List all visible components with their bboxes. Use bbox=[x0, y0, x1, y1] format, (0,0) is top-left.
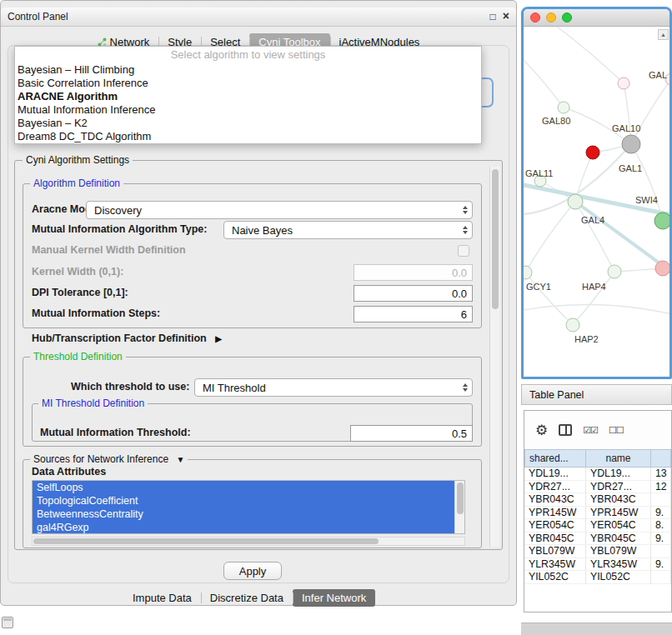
columns-icon[interactable] bbox=[559, 424, 572, 436]
table-cell[interactable]: YIL052C bbox=[586, 571, 651, 584]
scroll-up-icon[interactable]: ▲ bbox=[658, 29, 669, 40]
network-node[interactable] bbox=[566, 318, 579, 332]
collapsed-panel-icon[interactable] bbox=[2, 617, 13, 628]
table-cell[interactable]: YDR27... bbox=[524, 481, 586, 494]
bottom-tab-impute-data[interactable]: Impute Data bbox=[123, 589, 201, 607]
network-node[interactable] bbox=[654, 212, 669, 229]
table-cell[interactable]: YIL052C bbox=[524, 571, 586, 584]
mi-steps-value: 6 bbox=[461, 308, 467, 321]
mi-steps-field[interactable]: 6 bbox=[354, 306, 473, 322]
settings-vertical-scrollbar[interactable] bbox=[489, 167, 499, 547]
algorithm-option[interactable]: Bayesian – K2 bbox=[15, 117, 481, 130]
table-cell[interactable]: YBR043C bbox=[586, 493, 651, 507]
table-row[interactable]: YBL079WYBL079W bbox=[524, 545, 671, 558]
deselect-all-checks-icon[interactable]: ☐☐ bbox=[609, 425, 624, 436]
algorithm-popup: Select algorithm to view settings Bayesi… bbox=[14, 46, 482, 144]
table-cell[interactable] bbox=[651, 545, 671, 558]
table-cell[interactable] bbox=[651, 493, 671, 507]
dpi-tolerance-field[interactable]: 0.0 bbox=[354, 285, 473, 302]
mac-minimize-icon[interactable] bbox=[546, 12, 556, 22]
apply-button[interactable]: Apply bbox=[223, 562, 282, 580]
mac-close-icon[interactable] bbox=[530, 12, 540, 22]
table-cell[interactable]: YLR345W bbox=[586, 558, 651, 572]
mi-algorithm-type-select[interactable]: Naive Bayes bbox=[223, 221, 473, 239]
table-cell[interactable]: YER054C bbox=[524, 519, 586, 532]
table-cell[interactable]: YBR045C bbox=[524, 532, 586, 546]
table-cell[interactable]: YBR043C bbox=[524, 493, 586, 507]
table-cell[interactable]: YBR045C bbox=[586, 532, 651, 546]
table-cell[interactable]: YBL079W bbox=[524, 545, 586, 558]
mi-threshold-field[interactable]: 0.5 bbox=[350, 425, 473, 442]
table-cell[interactable]: 9. bbox=[651, 558, 671, 572]
data-attribute-item[interactable]: SelfLoops bbox=[33, 481, 455, 494]
data-attribute-item[interactable]: gal4RGexp bbox=[33, 521, 455, 534]
data-attribute-item[interactable]: TopologicalCoefficient bbox=[33, 494, 455, 508]
table-cell[interactable]: YBL079W bbox=[586, 545, 651, 558]
kernel-width-field[interactable]: 0.0 bbox=[354, 264, 473, 281]
table-row[interactable]: YER054CYER054C8. bbox=[524, 519, 671, 532]
table-panel-title: Table Panel bbox=[529, 389, 584, 401]
network-node[interactable] bbox=[608, 265, 621, 278]
network-node[interactable] bbox=[568, 194, 583, 209]
table-cell[interactable]: 13 bbox=[651, 468, 671, 481]
close-icon[interactable]: × bbox=[503, 11, 509, 22]
table-cell[interactable]: YLR345W bbox=[524, 558, 586, 572]
network-node[interactable] bbox=[558, 102, 569, 113]
bottom-tab-infer-network[interactable]: Infer Network bbox=[293, 589, 375, 607]
table-cell[interactable] bbox=[651, 571, 671, 584]
table-row[interactable]: YPR145WYPR145W9. bbox=[524, 507, 671, 520]
float-window-icon[interactable]: □ bbox=[490, 11, 496, 22]
table-row[interactable]: YBR045CYBR045C9. bbox=[524, 532, 671, 546]
list-horizontal-scrollbar[interactable] bbox=[32, 537, 465, 546]
table-column-header[interactable] bbox=[651, 449, 671, 468]
algorithm-option[interactable]: Mutual Information Inference bbox=[15, 103, 481, 117]
sources-toggle[interactable]: Sources for Network Inference ▼ bbox=[30, 453, 188, 465]
table-cell[interactable]: YDL19... bbox=[524, 468, 586, 481]
algorithm-option[interactable]: Basic Correlation Inference bbox=[15, 77, 481, 90]
select-all-checks-icon[interactable]: ☑☑ bbox=[583, 425, 598, 436]
which-threshold-select[interactable]: MI Threshold bbox=[194, 378, 473, 397]
gear-icon[interactable]: ⚙ bbox=[535, 422, 548, 439]
algorithm-option[interactable]: Dream8 DC_TDC Algorithm bbox=[15, 130, 481, 143]
data-attribute-item[interactable]: BetweennessCentrality bbox=[33, 508, 455, 521]
chevron-down-icon: ▼ bbox=[176, 455, 184, 464]
hub-definition-toggle[interactable]: Hub/Transcription Factor Definition ▶ bbox=[32, 332, 222, 344]
table-row[interactable]: YBR043CYBR043C bbox=[524, 493, 671, 507]
network-node[interactable] bbox=[586, 146, 599, 159]
bottom-tab-discretize-data[interactable]: Discretize Data bbox=[201, 589, 293, 607]
algorithm-definition-title: Algorithm Definition bbox=[30, 178, 123, 189]
table-column-header[interactable]: name bbox=[586, 449, 651, 468]
data-attributes-list: SelfLoopsTopologicalCoefficientBetweenne… bbox=[33, 481, 464, 534]
apply-button-label: Apply bbox=[239, 565, 267, 578]
which-threshold-value: MI Threshold bbox=[203, 382, 266, 394]
algorithm-option[interactable]: Bayesian – Hill Climbing bbox=[15, 63, 481, 77]
aracne-mode-select[interactable]: Discovery bbox=[86, 201, 473, 219]
table-cell[interactable]: YPR145W bbox=[586, 507, 651, 520]
network-node[interactable] bbox=[524, 266, 532, 279]
network-node[interactable] bbox=[655, 261, 669, 276]
network-canvas[interactable]: GALGAL80GAL10GAL11GAL1SWI4GAL4GCY1HAP4HA… bbox=[524, 27, 669, 379]
table-row[interactable]: YDL19...YDL19...13 bbox=[524, 468, 671, 481]
network-node[interactable] bbox=[622, 135, 640, 153]
table-cell[interactable]: 9. bbox=[651, 507, 671, 520]
table-row[interactable]: YLR345WYLR345W9. bbox=[524, 558, 671, 572]
table-cell[interactable]: 8. bbox=[651, 519, 671, 532]
table-cell[interactable]: 12 bbox=[651, 481, 671, 494]
node-label: GAL1 bbox=[619, 163, 642, 173]
network-node[interactable] bbox=[618, 78, 629, 89]
list-vertical-scrollbar[interactable] bbox=[454, 481, 464, 533]
table-cell[interactable]: YPR145W bbox=[524, 507, 586, 520]
table-cell[interactable]: YER054C bbox=[586, 519, 651, 532]
algorithm-option[interactable]: ARACNE Algorithm bbox=[15, 90, 481, 103]
table-column-header[interactable]: shared... bbox=[524, 449, 586, 468]
table-cell[interactable]: 9. bbox=[651, 532, 671, 546]
mac-zoom-icon[interactable] bbox=[562, 12, 572, 22]
table-row[interactable]: YDR27...YDR27...12 bbox=[524, 481, 671, 494]
table-cell[interactable]: YDR27... bbox=[586, 481, 651, 494]
node-label: GAL80 bbox=[542, 116, 570, 126]
manual-kernel-width-checkbox[interactable] bbox=[458, 245, 469, 257]
table-row[interactable]: YIL052CYIL052C bbox=[524, 571, 671, 584]
table-cell[interactable]: YDL19... bbox=[586, 468, 651, 481]
node-label: SWI4 bbox=[635, 195, 658, 205]
combo-arrows-icon bbox=[463, 206, 468, 214]
